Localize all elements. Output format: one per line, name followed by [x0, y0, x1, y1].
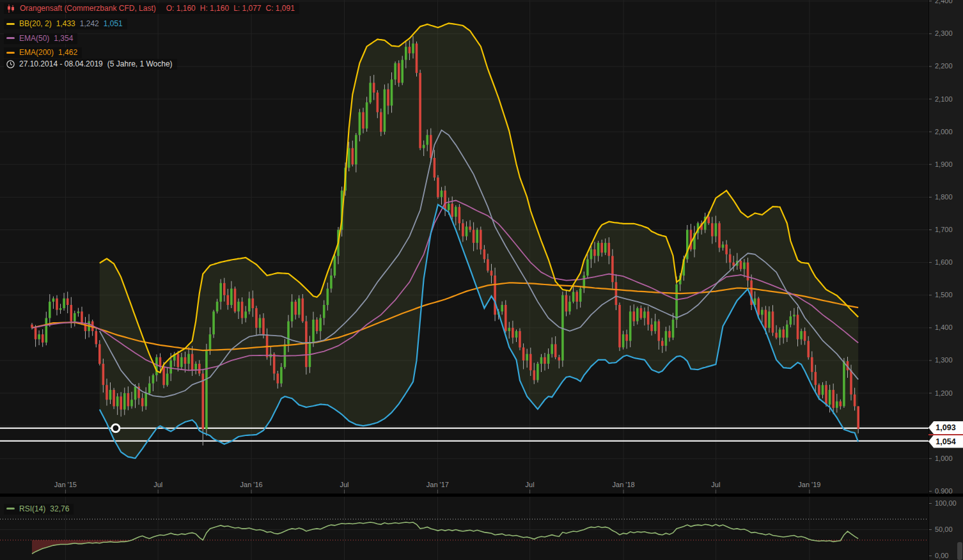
rsi-plot-area[interactable]: [0, 497, 928, 560]
date-range-detail: (5 Jahre, 1 Woche): [107, 59, 173, 68]
price-tag-lower: 1,054: [928, 435, 963, 448]
y-axis-label[interactable]: 2,400: [935, 0, 953, 4]
y-axis-label[interactable]: 1,800: [935, 193, 953, 201]
x-axis-label[interactable]: Jan '15: [54, 481, 77, 488]
y-axis-label[interactable]: 2,000: [935, 128, 953, 136]
legend-row-bb[interactable]: BB(20, 2) 1,433 1,242 1,051: [4, 16, 299, 30]
instrument-title: Orangensaft (Commerzbank CFD, Last): [20, 4, 156, 13]
panel-separator[interactable]: [0, 494, 963, 497]
ema200-label: EMA(200): [19, 48, 54, 57]
price-tag-lower-label: 1,054: [936, 437, 955, 446]
x-axis-label[interactable]: Jan '17: [427, 481, 449, 488]
clock-icon: [6, 60, 15, 68]
rsi-label: RSI(14): [19, 504, 45, 513]
bb-label: BB(20, 2): [19, 19, 52, 28]
rsi-legend[interactable]: RSI(14) 32,76: [4, 501, 74, 515]
x-axis-label[interactable]: Jan '16: [240, 481, 263, 488]
ohlc-high: H: 1,160: [200, 4, 229, 13]
y-axis-label[interactable]: 1,400: [935, 323, 953, 331]
price-tag-upper-label: 1,093: [936, 423, 955, 432]
hline-drag-handle[interactable]: [112, 424, 120, 432]
x-axis-label[interactable]: Jan '19: [798, 481, 820, 488]
y-axis-label[interactable]: 1,300: [935, 356, 953, 364]
rsi-axis-label[interactable]: 100,00: [935, 499, 957, 507]
rsi-axis-label[interactable]: 0,00: [935, 552, 948, 559]
rsi-dash-icon: [6, 508, 15, 509]
chart-canvas[interactable]: 0,9001,0001,1001,2001,3001,4001,5001,600…: [0, 0, 963, 560]
y-axis-label[interactable]: 1,000: [935, 455, 953, 462]
legend-row-instrument[interactable]: Orangensaft (Commerzbank CFD, Last) O: 1…: [4, 3, 299, 15]
x-axis-label[interactable]: Jan '18: [613, 481, 635, 488]
price-tag-upper: 1,093: [928, 421, 963, 434]
x-axis-label[interactable]: Jul: [340, 481, 348, 488]
ema50-value: 1,354: [54, 34, 73, 43]
legend-row-ema50[interactable]: EMA(50) 1,354: [4, 30, 299, 44]
scrollbar-thumb[interactable]: [957, 542, 962, 560]
bb-middle-value: 1,242: [80, 19, 99, 28]
y-axis-label[interactable]: 1,900: [935, 160, 953, 168]
x-axis-label[interactable]: Jul: [526, 481, 535, 488]
ema50-dash-icon: [6, 37, 15, 39]
bb-lower-value: 1,051: [104, 19, 123, 28]
rsi-value: 32,76: [50, 504, 69, 513]
y-axis-label[interactable]: 2,300: [935, 29, 953, 37]
y-axis-label[interactable]: 1,600: [935, 258, 953, 266]
price-axis-border: [928, 0, 929, 560]
y-axis-label[interactable]: 1,200: [935, 389, 953, 397]
y-axis-label[interactable]: 2,100: [935, 95, 953, 103]
rsi-axis-label[interactable]: 50,00: [935, 525, 953, 533]
y-axis-label[interactable]: 2,200: [935, 62, 953, 70]
chart-legend: Orangensaft (Commerzbank CFD, Last) O: 1…: [4, 3, 299, 72]
legend-row-daterange[interactable]: 27.10.2014 - 08.04.2019 (5 Jahre, 1 Woch…: [4, 59, 299, 71]
ema200-value: 1,462: [58, 48, 77, 57]
chart-window: 0,9001,0001,1001,2001,3001,4001,5001,600…: [0, 0, 963, 560]
ema50-label: EMA(50): [19, 34, 49, 43]
candlestick-icon: [6, 4, 15, 13]
date-range: 27.10.2014 - 08.04.2019: [19, 59, 103, 68]
bb-upper-value: 1,433: [56, 19, 75, 28]
y-axis-label[interactable]: 1,500: [935, 291, 953, 299]
x-axis-label[interactable]: Jul: [153, 481, 162, 488]
x-axis-label[interactable]: Jul: [711, 481, 720, 488]
ohlc-close: C: 1,091: [266, 4, 295, 13]
ohlc-low: L: 1,077: [233, 4, 261, 13]
ema200-dash-icon: [6, 52, 15, 54]
ohlc-open: O: 1,160: [166, 4, 196, 13]
legend-row-ema200[interactable]: EMA(200) 1,462: [4, 45, 299, 59]
y-axis-label[interactable]: 1,700: [935, 226, 953, 233]
bb-dash-icon: [6, 23, 15, 25]
